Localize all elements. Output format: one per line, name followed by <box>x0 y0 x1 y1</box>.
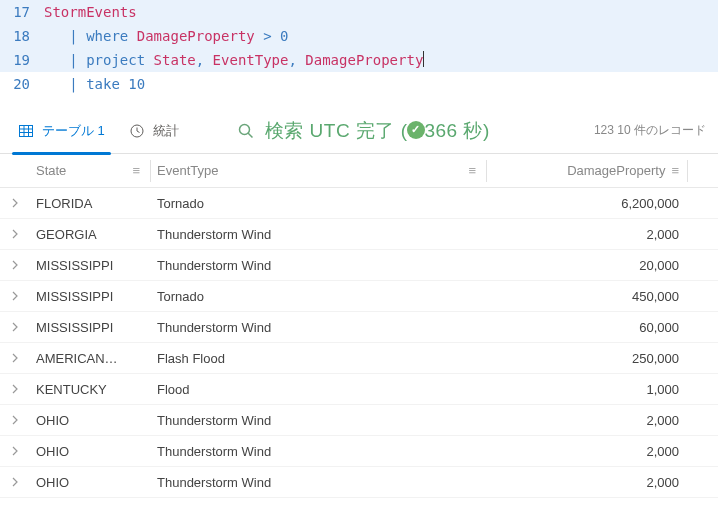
cell-damage: 2,000 <box>487 475 687 490</box>
done-check-icon: ✓ <box>407 121 425 139</box>
editor-line[interactable]: 18 | where DamageProperty > 0 <box>0 24 718 48</box>
cell-damage: 450,000 <box>487 289 687 304</box>
editor-line[interactable]: 19 | project State, EventType, DamagePro… <box>0 48 718 72</box>
cell-event: Thunderstorm Wind <box>151 444 486 459</box>
cell-state: OHIO <box>30 475 150 490</box>
cell-damage: 2,000 <box>487 444 687 459</box>
cell-state: MISSISSIPPI <box>30 320 150 335</box>
query-editor[interactable]: 17StormEvents18 | where DamageProperty >… <box>0 0 718 108</box>
search-status-area: 検索 UTC 完了 (0.366 秒) ✓ <box>237 118 590 144</box>
cell-event: Flood <box>151 382 486 397</box>
column-menu-icon[interactable]: ≡ <box>132 163 150 178</box>
chevron-right-icon[interactable] <box>10 477 20 487</box>
table-row[interactable]: OHIOThunderstorm Wind2,000 <box>0 467 718 498</box>
code-content[interactable]: | project State, EventType, DamageProper… <box>44 48 424 72</box>
cell-state: MISSISSIPPI <box>30 258 150 273</box>
cell-event: Thunderstorm Wind <box>151 413 486 428</box>
chevron-right-icon[interactable] <box>10 353 20 363</box>
line-number: 17 <box>0 0 44 24</box>
tab-table-label: テーブル 1 <box>42 122 105 140</box>
search-status-text: 検索 UTC 完了 (0.366 秒) <box>265 118 490 144</box>
cell-event: Tornado <box>151 289 486 304</box>
chevron-right-icon[interactable] <box>10 384 20 394</box>
cell-damage: 6,200,000 <box>487 196 687 211</box>
table-row[interactable]: MISSISSIPPIThunderstorm Wind20,000 <box>0 250 718 281</box>
table-row[interactable]: GEORGIAThunderstorm Wind2,000 <box>0 219 718 250</box>
search-icon[interactable] <box>237 122 255 140</box>
code-content[interactable]: | take 10 <box>44 72 145 96</box>
svg-rect-0 <box>20 125 33 136</box>
table-row[interactable]: AMERICAN…Flash Flood250,000 <box>0 343 718 374</box>
cell-state: KENTUCKY <box>30 382 150 397</box>
line-number: 20 <box>0 72 44 96</box>
chevron-right-icon[interactable] <box>10 260 20 270</box>
chevron-right-icon[interactable] <box>10 446 20 456</box>
column-header-damage[interactable]: DamageProperty ≡ <box>487 163 687 178</box>
cell-state: OHIO <box>30 444 150 459</box>
cell-event: Thunderstorm Wind <box>151 227 486 242</box>
svg-line-9 <box>248 133 253 138</box>
cell-damage: 1,000 <box>487 382 687 397</box>
svg-line-7 <box>137 131 140 133</box>
chevron-right-icon[interactable] <box>10 229 20 239</box>
cell-event: Thunderstorm Wind <box>151 475 486 490</box>
tab-stats[interactable]: 統計 <box>119 108 189 154</box>
cell-event: Thunderstorm Wind <box>151 258 486 273</box>
cell-event: Flash Flood <box>151 351 486 366</box>
code-content[interactable]: StormEvents <box>44 0 137 24</box>
cell-event: Thunderstorm Wind <box>151 320 486 335</box>
cell-state: GEORGIA <box>30 227 150 242</box>
code-content[interactable]: | where DamageProperty > 0 <box>44 24 288 48</box>
table-icon <box>18 123 34 139</box>
table-header: State ≡ EventType ≡ DamageProperty ≡ <box>0 154 718 188</box>
cell-event: Tornado <box>151 196 486 211</box>
editor-line[interactable]: 17StormEvents <box>0 0 718 24</box>
cell-damage: 60,000 <box>487 320 687 335</box>
chevron-right-icon[interactable] <box>10 322 20 332</box>
cell-state: OHIO <box>30 413 150 428</box>
cell-damage: 2,000 <box>487 227 687 242</box>
chevron-right-icon[interactable] <box>10 291 20 301</box>
line-number: 18 <box>0 24 44 48</box>
table-row[interactable]: MISSISSIPPITornado450,000 <box>0 281 718 312</box>
line-number: 19 <box>0 48 44 72</box>
table-body: FLORIDATornado6,200,000GEORGIAThundersto… <box>0 188 718 498</box>
column-menu-icon[interactable]: ≡ <box>468 163 486 178</box>
column-header-state[interactable]: State ≡ <box>30 163 150 178</box>
cell-state: FLORIDA <box>30 196 150 211</box>
results-tabbar: テーブル 1 統計 検索 UTC 完了 (0.366 秒) ✓ 123 10 件… <box>0 108 718 154</box>
cell-damage: 20,000 <box>487 258 687 273</box>
chevron-right-icon[interactable] <box>10 415 20 425</box>
tab-table[interactable]: テーブル 1 <box>8 108 115 154</box>
table-row[interactable]: OHIOThunderstorm Wind2,000 <box>0 405 718 436</box>
column-menu-icon[interactable]: ≡ <box>671 163 679 178</box>
record-count: 123 10 件のレコード <box>594 122 710 139</box>
editor-line[interactable]: 20 | take 10 <box>0 72 718 96</box>
chevron-right-icon[interactable] <box>10 198 20 208</box>
cell-damage: 250,000 <box>487 351 687 366</box>
table-row[interactable]: MISSISSIPPIThunderstorm Wind60,000 <box>0 312 718 343</box>
column-header-event[interactable]: EventType ≡ <box>151 163 486 178</box>
clock-icon <box>129 123 145 139</box>
tab-stats-label: 統計 <box>153 122 179 140</box>
table-row[interactable]: FLORIDATornado6,200,000 <box>0 188 718 219</box>
cell-state: MISSISSIPPI <box>30 289 150 304</box>
table-row[interactable]: KENTUCKYFlood1,000 <box>0 374 718 405</box>
cell-damage: 2,000 <box>487 413 687 428</box>
cell-state: AMERICAN… <box>30 351 150 366</box>
table-row[interactable]: OHIOThunderstorm Wind2,000 <box>0 436 718 467</box>
